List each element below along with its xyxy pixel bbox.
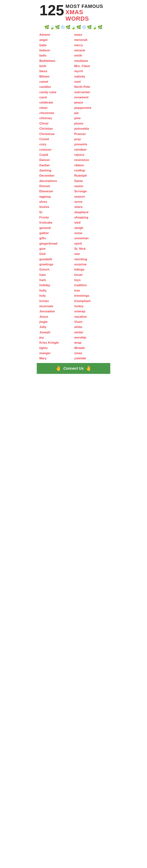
header: 125 MOST FAMOUS XMAS WORDS: [37, 0, 110, 24]
word-item: gingerbread: [39, 241, 73, 246]
word-item: Prancer: [73, 131, 108, 137]
word-item: give: [39, 246, 73, 251]
word-item: ham: [39, 272, 73, 278]
word-item: menorah: [73, 37, 108, 42]
word-item: merry: [73, 43, 108, 48]
word-item: snow: [73, 230, 108, 236]
word-item: Donner: [39, 184, 73, 189]
word-item: spirit: [73, 241, 108, 246]
word-item: peace: [73, 100, 108, 105]
word-item: pine: [73, 116, 108, 121]
word-item: pray: [73, 137, 108, 142]
word-item: chimney: [39, 116, 73, 121]
right-column: massmenorahmerrymiraclemirthmistletoeMrs…: [73, 32, 108, 361]
word-item: turkey: [73, 304, 108, 309]
word-item: birth: [39, 64, 73, 69]
word-item: reverence: [73, 157, 108, 163]
word-item: Jerusalem: [39, 309, 73, 314]
word-item: festive: [39, 205, 73, 210]
word-item: myrrh: [73, 69, 108, 74]
word-item: chestnuts: [39, 111, 73, 116]
word-item: Christian: [39, 126, 73, 131]
word-item: joy: [39, 335, 73, 340]
word-item: greetings: [39, 262, 73, 267]
word-item: incarnate: [39, 304, 73, 309]
word-item: Grinch: [39, 267, 73, 272]
word-item: Joseph: [39, 330, 73, 335]
word-item: cheer: [39, 105, 73, 111]
word-item: Rudolph: [73, 173, 108, 178]
word-item: holiday: [39, 283, 73, 288]
word-item: jingle: [39, 319, 73, 324]
word-item: trimmings: [73, 293, 108, 298]
word-item: Ebenezer: [39, 189, 73, 194]
word-item: God: [39, 251, 73, 256]
word-item: Jolly: [39, 324, 73, 330]
page-container: 125 MOST FAMOUS XMAS WORDS 🌿🍃🌿❄️🌿🍃🌿❄️🌿🍃🌿…: [37, 0, 110, 374]
word-item: dashing: [39, 168, 73, 173]
word-item: North Pole: [73, 84, 108, 90]
word-item: mass: [73, 32, 108, 37]
word-item: presents: [73, 142, 108, 147]
footer: 🤚 Connect Us 🤚: [37, 363, 110, 374]
word-item: miracle: [73, 48, 108, 53]
word-item: worship: [73, 335, 108, 340]
word-item: candy cane: [39, 90, 73, 95]
word-item: ornament: [73, 95, 108, 100]
word-item: savior: [73, 184, 108, 189]
word-item: reindeer: [73, 147, 108, 152]
footer-text: Connect Us: [63, 366, 84, 371]
word-item: snowman: [73, 236, 108, 241]
word-item: nativity: [73, 74, 108, 79]
word-item: lights: [39, 345, 73, 351]
left-column: AdventangelbabebelievebellsBethlehembirt…: [39, 32, 73, 361]
word-item: winter: [73, 330, 108, 335]
word-item: shopping: [73, 215, 108, 220]
word-item: xmas: [73, 351, 108, 356]
word-item: bless: [39, 69, 73, 74]
word-item: wrap: [73, 340, 108, 345]
word-item: Comet: [39, 137, 73, 142]
header-title-block: 125 MOST FAMOUS XMAS WORDS: [39, 4, 108, 22]
word-item: toys: [73, 278, 108, 283]
word-item: hark: [39, 278, 73, 283]
word-item: vacation: [73, 314, 108, 319]
word-item: celebrate: [39, 100, 73, 105]
word-item: poinsettia: [73, 126, 108, 131]
word-item: goodwill: [39, 257, 73, 262]
word-item: Cupid: [39, 152, 73, 157]
footer-icon-left: 🤚: [56, 366, 61, 371]
word-item: fir: [39, 210, 73, 215]
word-item: serve: [73, 199, 108, 205]
word-item: tree: [73, 288, 108, 293]
word-item: Wreath: [73, 345, 108, 351]
word-item: bells: [39, 53, 73, 58]
word-item: decorations: [39, 179, 73, 184]
word-item: nutcracker: [73, 90, 108, 95]
word-item: tidings: [73, 267, 108, 272]
word-item: pie: [73, 111, 108, 116]
word-item: yuletide: [73, 356, 108, 361]
word-item: star: [73, 251, 108, 256]
word-item: Icicles: [39, 299, 73, 304]
word-item: gifts: [39, 236, 73, 241]
holly-divider: 🌿🍃🌿❄️🌿🍃🌿❄️🌿🍃🌿: [37, 24, 110, 31]
word-item: carol: [39, 95, 73, 100]
words-section: AdventangelbabebelievebellsBethlehembirt…: [37, 31, 110, 363]
header-number: 125: [39, 4, 64, 17]
word-item: sled: [73, 220, 108, 225]
word-item: Advent: [39, 32, 73, 37]
word-item: Blitzen: [39, 74, 73, 79]
word-item: share: [73, 205, 108, 210]
word-item: crimson: [39, 147, 73, 152]
word-item: mistletoe: [73, 58, 108, 64]
word-item: Frosty: [39, 215, 73, 220]
word-item: Mrs. Claus: [73, 64, 108, 69]
word-item: December: [39, 173, 73, 178]
word-item: Christmas: [39, 131, 73, 137]
word-item: plums: [73, 121, 108, 126]
word-item: manger: [39, 351, 73, 356]
word-item: elves: [39, 199, 73, 205]
word-item: mirth: [73, 53, 108, 58]
word-item: gather: [39, 230, 73, 236]
